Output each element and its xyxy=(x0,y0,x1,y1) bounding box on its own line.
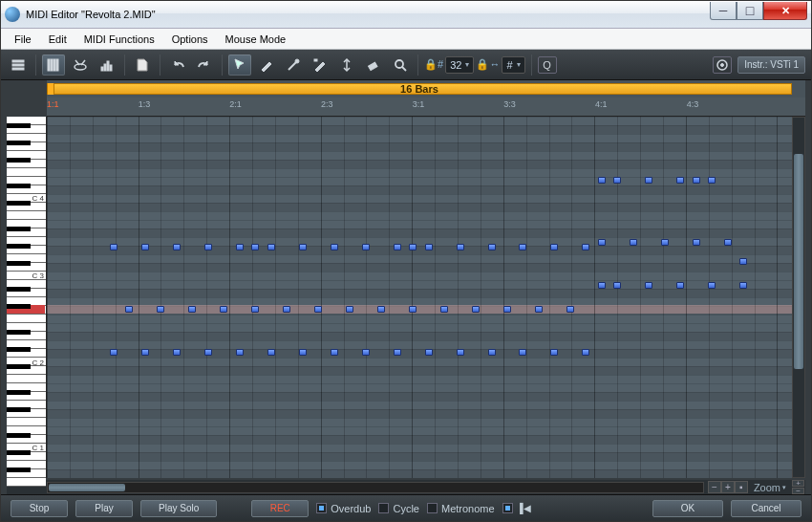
midi-note[interactable] xyxy=(314,306,322,313)
play-button[interactable]: Play xyxy=(75,500,133,517)
pointer-tool-icon[interactable] xyxy=(228,54,251,76)
menu-mouse-mode[interactable]: Mouse Mode xyxy=(218,31,294,48)
midi-note[interactable] xyxy=(173,349,181,356)
loop-start-handle[interactable] xyxy=(48,83,54,95)
midi-note[interactable] xyxy=(472,306,480,313)
skip-to-start-toggle[interactable]: ▐◀ xyxy=(502,503,531,513)
midi-note[interactable] xyxy=(724,239,732,246)
snap-value-select[interactable]: 32▾ xyxy=(445,56,474,74)
midi-note[interactable] xyxy=(739,282,747,289)
velocity-tool-icon[interactable] xyxy=(335,54,358,76)
horizontal-scrollbar[interactable] xyxy=(47,482,704,493)
midi-note[interactable] xyxy=(739,258,747,265)
midi-note[interactable] xyxy=(362,349,370,356)
midi-note[interactable] xyxy=(141,244,149,250)
drumstick-tool-icon[interactable] xyxy=(282,54,305,76)
midi-note[interactable] xyxy=(267,349,275,356)
midi-note[interactable] xyxy=(708,282,716,289)
undo-icon[interactable] xyxy=(166,54,189,76)
midi-note[interactable] xyxy=(220,306,227,313)
midi-note[interactable] xyxy=(173,244,181,250)
quantize-button[interactable]: Q xyxy=(538,56,557,74)
redo-icon[interactable] xyxy=(193,54,216,76)
minimize-button[interactable]: ─ xyxy=(710,2,737,20)
midi-note[interactable] xyxy=(283,306,290,313)
piano-keyboard[interactable]: C 4C 3C 2C 1 xyxy=(7,117,47,478)
midi-note[interactable] xyxy=(598,282,606,289)
midi-note[interactable] xyxy=(645,282,652,289)
overdub-checkbox[interactable]: Overdub xyxy=(316,503,371,514)
midi-note[interactable] xyxy=(488,349,496,356)
piano-roll-icon[interactable] xyxy=(42,54,65,76)
midi-note[interactable] xyxy=(394,244,401,250)
midi-note[interactable] xyxy=(188,306,196,313)
midi-note[interactable] xyxy=(425,244,433,250)
midi-note[interactable] xyxy=(377,306,385,313)
midi-note[interactable] xyxy=(236,244,244,250)
metronome-checkbox[interactable]: Metronome xyxy=(427,503,495,514)
menu-file[interactable]: File xyxy=(7,31,39,48)
menu-edit[interactable]: Edit xyxy=(41,31,75,48)
midi-note[interactable] xyxy=(362,244,370,250)
midi-note[interactable] xyxy=(331,244,338,250)
zoom-menu[interactable]: Zoom▾ xyxy=(754,482,786,493)
midi-note[interactable] xyxy=(693,177,700,184)
midi-note[interactable] xyxy=(299,244,307,250)
midi-note[interactable] xyxy=(488,244,496,250)
midi-note[interactable] xyxy=(582,244,589,250)
midi-note[interactable] xyxy=(204,244,212,250)
instrument-button[interactable]: Instr.: VSTi 1 xyxy=(737,56,805,74)
midi-note[interactable] xyxy=(110,349,118,356)
stop-button[interactable]: Stop xyxy=(11,500,68,517)
zoom-out-v-button[interactable]: − xyxy=(792,488,804,494)
midi-note[interactable] xyxy=(519,349,526,356)
midi-note[interactable] xyxy=(346,306,353,313)
midi-note[interactable] xyxy=(535,306,543,313)
length-value-select[interactable]: #▾ xyxy=(502,56,524,74)
midi-note[interactable] xyxy=(519,244,526,250)
midi-note[interactable] xyxy=(236,349,244,356)
new-file-icon[interactable] xyxy=(131,54,154,76)
zoom-fit-button[interactable]: ▪ xyxy=(735,481,748,493)
midi-note[interactable] xyxy=(457,244,464,250)
midi-note[interactable] xyxy=(598,239,606,246)
settings-icon[interactable] xyxy=(713,56,732,74)
midi-note[interactable] xyxy=(676,177,684,184)
midi-note[interactable] xyxy=(550,244,558,250)
notes-area[interactable] xyxy=(47,117,792,478)
v-scroll-thumb[interactable] xyxy=(794,154,803,370)
midi-note[interactable] xyxy=(693,239,700,246)
zoom-out-h-button[interactable]: − xyxy=(708,481,721,493)
midi-note[interactable] xyxy=(582,349,589,356)
midi-note[interactable] xyxy=(613,282,621,289)
maximize-button[interactable]: □ xyxy=(737,2,763,20)
midi-note[interactable] xyxy=(630,239,637,246)
midi-note[interactable] xyxy=(457,349,464,356)
midi-note[interactable] xyxy=(251,244,259,250)
midi-note[interactable] xyxy=(251,306,259,313)
midi-note[interactable] xyxy=(409,244,417,250)
midi-note[interactable] xyxy=(661,239,669,246)
midi-note[interactable] xyxy=(125,306,133,313)
midi-note[interactable] xyxy=(676,282,684,289)
midi-note[interactable] xyxy=(141,349,149,356)
h-scroll-thumb[interactable] xyxy=(49,484,125,491)
erase-tool-icon[interactable] xyxy=(362,54,385,76)
cancel-button[interactable]: Cancel xyxy=(731,500,801,517)
midi-note[interactable] xyxy=(708,177,716,184)
time-ruler[interactable]: 1:11:32:12:33:13:34:14:3 xyxy=(47,98,805,116)
midi-note[interactable] xyxy=(613,177,621,184)
menu-options[interactable]: Options xyxy=(164,31,216,48)
close-button[interactable]: ✕ xyxy=(763,2,807,20)
vertical-scrollbar[interactable] xyxy=(792,117,805,478)
midi-note[interactable] xyxy=(425,349,433,356)
draw-tool-icon[interactable] xyxy=(255,54,278,76)
midi-note[interactable] xyxy=(409,306,417,313)
midi-note[interactable] xyxy=(503,306,511,313)
ok-button[interactable]: OK xyxy=(652,500,723,517)
midi-note[interactable] xyxy=(267,244,275,250)
midi-note[interactable] xyxy=(645,177,652,184)
menu-midi-functions[interactable]: MIDI Functions xyxy=(76,31,162,48)
zoom-in-h-button[interactable]: + xyxy=(721,481,735,493)
drum-editor-icon[interactable] xyxy=(69,54,92,76)
